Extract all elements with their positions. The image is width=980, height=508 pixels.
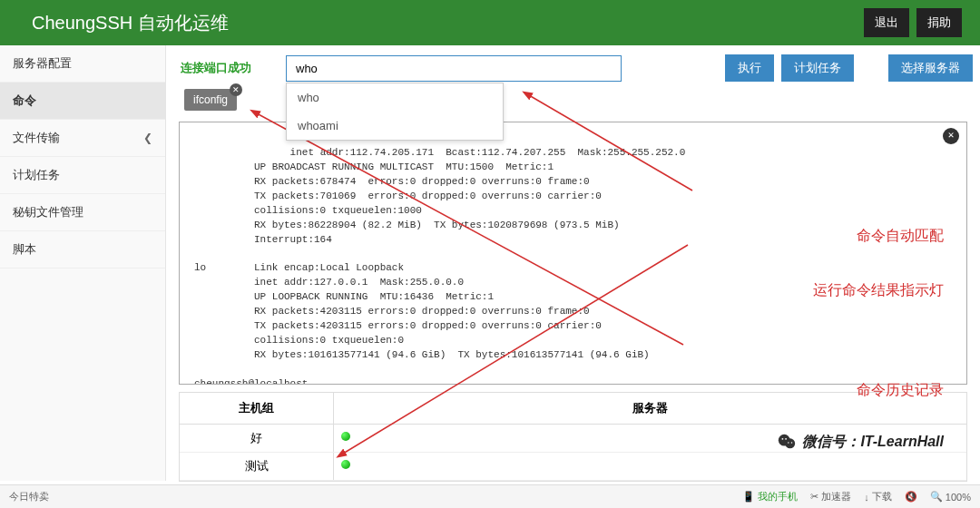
sidebar-item-label: 脚本 xyxy=(13,241,36,258)
terminal-text: inet addr:112.74.205.171 Bcast:112.74.20… xyxy=(194,147,685,385)
logout-button[interactable]: 退出 xyxy=(864,8,909,37)
autocomplete-dropdown: who whoami xyxy=(286,83,504,141)
wechat-icon xyxy=(777,432,797,452)
status-mute[interactable]: 🔇 xyxy=(905,491,917,503)
sidebar-item-script[interactable]: 脚本 xyxy=(0,231,165,269)
status-phone[interactable]: 📱 我的手机 xyxy=(742,490,798,503)
history-tag-label: ifconfig xyxy=(193,93,228,106)
wechat-watermark: 微信号：IT-LearnHall xyxy=(777,432,944,452)
svg-point-5 xyxy=(782,438,784,440)
svg-point-4 xyxy=(786,438,796,448)
top-header: CheungSSH 自动化运维 退出 捐助 xyxy=(0,0,980,45)
status-dot-icon xyxy=(341,460,350,469)
sidebar-item-label: 秘钥文件管理 xyxy=(13,204,83,220)
sidebar-item-key-manage[interactable]: 秘钥文件管理 xyxy=(0,194,165,231)
status-dot-icon xyxy=(341,432,350,441)
sidebar-item-label: 计划任务 xyxy=(13,167,60,183)
sidebar-item-scheduled[interactable]: 计划任务 xyxy=(0,157,165,194)
chevron-left-icon: ❮ xyxy=(143,132,152,144)
status-accel[interactable]: ✂ 加速器 xyxy=(810,490,851,503)
cell-group: 测试 xyxy=(180,453,334,480)
col-header-server: 服务器 xyxy=(334,393,966,424)
select-server-button[interactable]: 选择服务器 xyxy=(888,54,973,82)
status-left: 今日特卖 xyxy=(9,490,730,503)
cell-group: 好 xyxy=(180,425,334,452)
status-download[interactable]: ↓ 下载 xyxy=(864,490,892,503)
brand-title: CheungSSH 自动化运维 xyxy=(18,11,857,35)
browser-statusbar: 今日特卖 📱 我的手机 ✂ 加速器 ↓ 下载 🔇 🔍 100% xyxy=(0,484,980,508)
sidebar-item-server-config[interactable]: 服务器配置 xyxy=(0,45,165,83)
main-panel: 连接端口成功 who whoami 执行 计划任务 选择服务器 ifconfig… xyxy=(166,45,980,481)
close-icon[interactable]: ✕ xyxy=(943,128,959,144)
cell-status xyxy=(334,453,966,480)
sidebar: 服务器配置 命令 文件传输❮ 计划任务 秘钥文件管理 脚本 xyxy=(0,45,166,481)
sidebar-item-label: 服务器配置 xyxy=(13,55,72,72)
close-icon[interactable]: ✕ xyxy=(230,83,242,96)
connection-status: 连接端口成功 xyxy=(181,60,251,76)
history-tag[interactable]: ifconfig ✕ xyxy=(184,89,237,111)
status-zoom[interactable]: 🔍 100% xyxy=(930,491,971,503)
table-row[interactable]: 测试 xyxy=(180,453,966,481)
sidebar-item-label: 命令 xyxy=(13,93,36,109)
schedule-button[interactable]: 计划任务 xyxy=(781,54,854,82)
command-input[interactable] xyxy=(286,55,622,82)
svg-point-7 xyxy=(789,442,789,443)
sidebar-item-file-transfer[interactable]: 文件传输❮ xyxy=(0,120,165,157)
sidebar-item-command[interactable]: 命令 xyxy=(0,83,165,120)
donate-button[interactable]: 捐助 xyxy=(916,8,962,37)
svg-point-6 xyxy=(786,438,788,440)
sidebar-item-label: 文件传输 xyxy=(13,130,60,146)
suggestion-item[interactable]: whoami xyxy=(287,112,503,140)
suggestion-item[interactable]: who xyxy=(287,83,503,112)
col-header-group: 主机组 xyxy=(180,393,334,424)
execute-button[interactable]: 执行 xyxy=(725,54,774,82)
wechat-label: 微信号：IT-LearnHall xyxy=(802,433,944,452)
terminal-output: ✕ inet addr:112.74.205.171 Bcast:112.74.… xyxy=(179,122,967,385)
svg-point-8 xyxy=(791,442,792,443)
